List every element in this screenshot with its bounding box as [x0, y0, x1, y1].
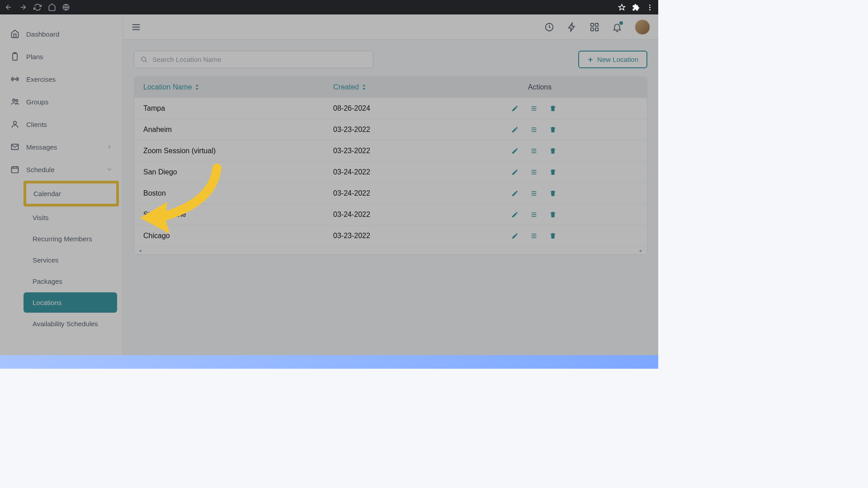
scroll-left-icon[interactable]: ◂	[139, 248, 142, 253]
sidebar-item-messages[interactable]: Messages	[0, 136, 123, 158]
chevron-down-icon	[106, 166, 113, 173]
search-input[interactable]	[152, 56, 367, 63]
cell-name: Chicago	[143, 232, 333, 240]
cell-created: 03-24-2022	[333, 189, 442, 197]
edit-icon[interactable]	[511, 169, 519, 176]
list-icon[interactable]	[530, 105, 538, 112]
clipboard-icon	[10, 52, 20, 61]
topbar	[123, 14, 658, 40]
list-icon[interactable]	[530, 211, 538, 218]
header-created[interactable]: Created	[333, 83, 442, 91]
search-icon	[141, 56, 148, 63]
edit-icon[interactable]	[511, 126, 519, 133]
main-area: New Location Location Name Created Actio…	[123, 14, 658, 355]
browser-back-icon[interactable]	[5, 3, 13, 11]
chevron-right-icon	[106, 144, 113, 150]
table-header: Location Name Created Actions	[134, 77, 647, 98]
search-box[interactable]	[134, 51, 373, 68]
locations-table: Location Name Created Actions Tampa08-26…	[134, 76, 647, 255]
list-icon[interactable]	[530, 232, 538, 239]
content: New Location Location Name Created Actio…	[123, 40, 658, 266]
edit-icon[interactable]	[511, 232, 519, 239]
scroll-hints: ◂▸	[134, 247, 647, 254]
table-row: St. Augustine03-24-2022	[134, 204, 647, 225]
bolt-icon[interactable]	[567, 22, 577, 32]
sidebar-sub-recurring[interactable]: Recurring Members	[24, 229, 117, 249]
svg-rect-14	[595, 28, 598, 30]
sidebar-sub-calendar[interactable]: Calendar	[26, 183, 116, 204]
edit-icon[interactable]	[511, 190, 519, 197]
globe-icon	[62, 4, 70, 11]
clock-icon[interactable]	[544, 22, 554, 32]
trash-icon[interactable]	[549, 147, 557, 155]
edit-icon[interactable]	[511, 211, 519, 218]
trash-icon[interactable]	[549, 105, 557, 112]
cell-name: Zoom Session (virtual)	[143, 147, 333, 155]
sidebar-item-dashboard[interactable]: Dashboard	[0, 23, 123, 45]
cell-name: St. Augustine	[143, 211, 333, 219]
mail-icon	[10, 142, 20, 152]
trash-icon[interactable]	[549, 190, 557, 197]
trash-icon[interactable]	[549, 169, 557, 176]
sidebar-sub-availability[interactable]: Availability Schedules	[24, 314, 117, 334]
sidebar-sub-visits[interactable]: Visits	[24, 207, 117, 228]
sidebar-item-label: Dashboard	[26, 30, 59, 38]
svg-point-2	[649, 7, 651, 8]
trash-icon[interactable]	[549, 211, 557, 218]
sidebar-item-label: Messages	[26, 143, 57, 151]
avatar[interactable]	[635, 19, 650, 35]
svg-rect-12	[595, 23, 598, 26]
apps-icon[interactable]	[590, 22, 599, 32]
table-row: Zoom Session (virtual)03-23-2022	[134, 141, 647, 162]
browser-forward-icon[interactable]	[19, 3, 27, 11]
sidebar-item-schedule[interactable]: Schedule	[0, 158, 123, 181]
edit-icon[interactable]	[511, 105, 519, 112]
list-icon[interactable]	[530, 190, 538, 197]
svg-point-7	[14, 121, 17, 124]
sidebar-item-exercises[interactable]: Exercises	[0, 68, 123, 90]
scroll-right-icon[interactable]: ▸	[640, 248, 642, 253]
cell-name: San Diego	[143, 168, 333, 176]
sidebar-sub-label: Recurring Members	[33, 235, 92, 243]
sidebar-item-groups[interactable]: Groups	[0, 90, 123, 113]
hamburger-icon[interactable]	[131, 22, 141, 32]
cell-created: 03-23-2022	[333, 126, 442, 134]
sort-icon	[195, 84, 199, 90]
user-icon	[10, 119, 20, 129]
star-icon[interactable]	[618, 4, 626, 11]
notification-dot	[619, 21, 623, 25]
sidebar-sub-services[interactable]: Services	[24, 250, 117, 270]
list-icon[interactable]	[530, 126, 538, 133]
highlight-calendar: Calendar	[24, 181, 119, 206]
dumbbell-icon	[10, 74, 20, 84]
sidebar: Dashboard Plans Exercises Groups Clients…	[0, 14, 123, 355]
list-icon[interactable]	[530, 147, 538, 155]
sort-icon	[362, 84, 366, 90]
svg-rect-13	[591, 28, 594, 30]
browser-home-icon[interactable]	[48, 3, 56, 11]
sidebar-sub-locations[interactable]: Locations	[24, 292, 117, 313]
svg-point-3	[649, 9, 651, 10]
new-location-label: New Location	[597, 56, 638, 63]
header-name[interactable]: Location Name	[143, 83, 333, 91]
new-location-button[interactable]: New Location	[578, 51, 647, 68]
sidebar-item-label: Exercises	[26, 75, 56, 83]
sidebar-item-label: Plans	[26, 53, 43, 61]
sidebar-item-label: Clients	[26, 121, 47, 128]
trash-icon[interactable]	[549, 126, 557, 133]
content-header: New Location	[134, 51, 647, 68]
sidebar-item-plans[interactable]: Plans	[0, 45, 123, 68]
bell-icon[interactable]	[612, 22, 622, 32]
home-icon	[10, 29, 20, 39]
list-icon[interactable]	[530, 169, 538, 176]
edit-icon[interactable]	[511, 147, 519, 155]
extensions-icon[interactable]	[632, 4, 640, 11]
sidebar-sub-label: Availability Schedules	[33, 320, 98, 328]
sidebar-item-clients[interactable]: Clients	[0, 113, 123, 136]
trash-icon[interactable]	[549, 232, 557, 239]
sidebar-sub-packages[interactable]: Packages	[24, 271, 117, 291]
browser-reload-icon[interactable]	[33, 3, 42, 11]
table-row: Anaheim03-23-2022	[134, 119, 647, 141]
menu-dots-icon[interactable]	[646, 4, 654, 11]
cell-name: Anaheim	[143, 126, 333, 134]
